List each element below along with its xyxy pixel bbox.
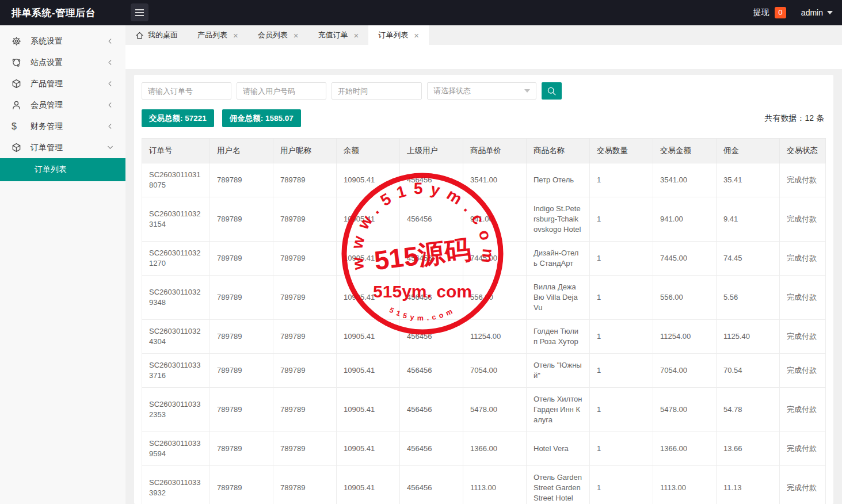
column-header: 用户昵称: [273, 139, 337, 163]
table-cell: 456456: [400, 276, 463, 320]
withdraw-button[interactable]: 提现 0: [753, 7, 786, 18]
table-cell: 10905.41: [337, 388, 400, 432]
table-cell: 7445.00: [463, 242, 527, 276]
table-cell: 456456: [400, 320, 463, 354]
table-cell: 1: [590, 466, 653, 504]
tab-product-list[interactable]: 产品列表×: [188, 25, 248, 45]
user-no-input[interactable]: [237, 82, 326, 100]
column-header: 佣金: [717, 139, 780, 163]
column-header: 交易状态: [780, 139, 826, 163]
table-cell: 10905.41: [337, 242, 400, 276]
table-cell: 5.56: [717, 276, 780, 320]
content-area: 请选择状态 交易总额: 57221 佣金总额: 1585.07 共有数据：12 …: [125, 69, 842, 504]
filter-row: 请选择状态: [142, 82, 826, 100]
sidebar-item-member-management[interactable]: 会员管理: [0, 94, 125, 116]
sidebar-item-order-list[interactable]: 订单列表: [0, 158, 125, 181]
sidebar-item-label: 财务管理: [31, 121, 63, 132]
table-cell: SC26030110333932: [142, 466, 210, 504]
status-select-placeholder: 请选择状态: [433, 86, 471, 96]
sidebar-item-order-management[interactable]: 订单管理: [0, 137, 125, 158]
close-icon[interactable]: ×: [354, 31, 359, 40]
column-header: 商品单价: [463, 139, 527, 163]
tab-recharge-orders[interactable]: 充值订单×: [308, 25, 369, 45]
order-no-input[interactable]: [142, 82, 231, 100]
sidebar-item-finance-management[interactable]: $财务管理: [0, 116, 125, 137]
gear-icon: [12, 36, 21, 46]
column-header: 订单号: [142, 139, 210, 163]
tab-order-list[interactable]: 订单列表×: [368, 25, 429, 45]
table-cell: SC26030110323154: [142, 197, 210, 242]
table-cell: Отель Хилтон Гарден Инн Калуга: [527, 388, 590, 432]
close-icon[interactable]: ×: [233, 31, 238, 40]
table-cell: Дизайн-Отель СтандАрт: [527, 242, 590, 276]
table-cell: 完成付款: [780, 320, 826, 354]
column-header: 用户名: [210, 139, 273, 163]
chevron-left-icon: [106, 59, 114, 66]
tab-label: 我的桌面: [148, 30, 178, 40]
username: admin: [801, 8, 823, 17]
table-cell: 456456: [400, 432, 463, 466]
table-cell: SC26030110333716: [142, 354, 210, 388]
table-cell: 完成付款: [780, 388, 826, 432]
table-cell: 5478.00: [463, 388, 527, 432]
table-row: SC2603011033393278978978978910905.414564…: [142, 466, 826, 504]
sidebar-item-site-settings[interactable]: 站点设置: [0, 52, 125, 73]
status-select[interactable]: 请选择状态: [427, 82, 536, 100]
table-cell: SC26030110321270: [142, 242, 210, 276]
table-cell: 1: [590, 242, 653, 276]
table-cell: 13.66: [717, 432, 780, 466]
table-cell: 10905.41: [337, 432, 400, 466]
table-cell: 789789: [210, 320, 273, 354]
user-icon: [12, 100, 21, 110]
topbar: 排单系统-管理后台 提现 0 admin: [0, 0, 842, 25]
sidebar-item-product-management[interactable]: 产品管理: [0, 73, 125, 94]
table-cell: 1: [590, 276, 653, 320]
chevron-left-icon: [106, 123, 114, 130]
table-cell: Петр Отель: [527, 163, 590, 197]
table-cell: 70.54: [717, 354, 780, 388]
table-cell: 5478.00: [653, 388, 717, 432]
record-count: 共有数据：12 条: [765, 113, 826, 124]
table-cell: 941.00: [653, 197, 717, 242]
sidebar-item-label: 订单列表: [35, 165, 67, 175]
table-cell: 10905.41: [337, 163, 400, 197]
table-cell: 3541.00: [463, 163, 527, 197]
close-icon[interactable]: ×: [294, 31, 299, 40]
tab-member-list[interactable]: 会员列表×: [248, 25, 308, 45]
table-row: SC2603011032934878978978978910905.414564…: [142, 276, 826, 320]
withdraw-count-badge: 0: [775, 7, 786, 18]
table-cell: 456456: [400, 242, 463, 276]
tab-my-desktop[interactable]: 我的桌面: [125, 25, 188, 45]
sidebar-item-label: 站点设置: [31, 58, 63, 68]
chevron-down-icon: [827, 11, 833, 17]
tab-label: 订单列表: [378, 30, 408, 40]
search-button[interactable]: [542, 82, 562, 100]
user-menu[interactable]: admin: [801, 8, 833, 17]
table-cell: SC26030110329348: [142, 276, 210, 320]
sidebar-item-label: 系统设置: [31, 36, 63, 47]
table-cell: 789789: [273, 320, 337, 354]
table-cell: 789789: [273, 197, 337, 242]
table-cell: 1: [590, 388, 653, 432]
table-cell: SC26030110332353: [142, 388, 210, 432]
close-icon[interactable]: ×: [414, 31, 419, 40]
table-cell: 1: [590, 354, 653, 388]
cube-icon: [12, 79, 21, 89]
table-cell: 789789: [273, 354, 337, 388]
table-cell: 789789: [210, 466, 273, 504]
sidebar: 系统设置站点设置产品管理会员管理$财务管理订单管理 订单列表: [0, 25, 125, 504]
tab-label: 充值订单: [318, 30, 348, 40]
chevron-down-icon: [106, 144, 114, 151]
start-time-input[interactable]: [332, 82, 422, 100]
tab-toolbar: [125, 45, 842, 69]
table-row: SC2603011033235378978978978910905.414564…: [142, 388, 826, 432]
table-cell: 456456: [400, 388, 463, 432]
search-icon: [547, 86, 557, 96]
menu-toggle-button[interactable]: [131, 3, 148, 21]
table-cell: 1113.00: [653, 466, 717, 504]
table-cell: 7054.00: [653, 354, 717, 388]
summary-row: 交易总额: 57221 佣金总额: 1585.07 共有数据：12 条: [142, 109, 826, 127]
table-cell: 789789: [210, 242, 273, 276]
sidebar-item-system-settings[interactable]: 系统设置: [0, 30, 125, 52]
table-cell: 11254.00: [653, 320, 717, 354]
